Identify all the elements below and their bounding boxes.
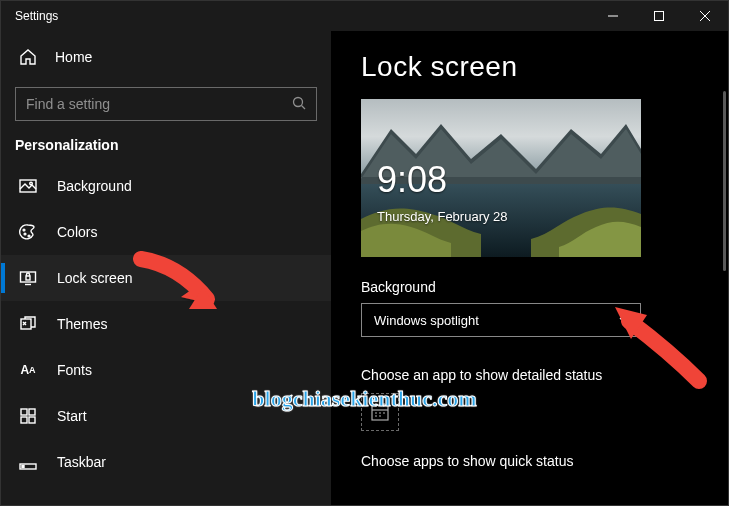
window-title: Settings [15, 9, 58, 23]
svg-rect-14 [21, 319, 31, 329]
start-icon [19, 407, 37, 425]
home-label: Home [55, 49, 92, 65]
close-button[interactable] [682, 1, 728, 31]
svg-rect-13 [26, 276, 30, 280]
sidebar-item-background[interactable]: Background [1, 163, 331, 209]
sidebar-item-label: Start [57, 408, 87, 424]
svg-point-9 [24, 233, 26, 235]
lockscreen-icon [19, 269, 37, 287]
lock-screen-preview: 9:08 Thursday, February 28 [361, 99, 641, 257]
title-bar: Settings [1, 1, 728, 31]
svg-rect-16 [29, 409, 35, 415]
svg-rect-1 [655, 12, 664, 21]
background-dropdown[interactable]: Windows spotlight [361, 303, 641, 337]
home-icon [19, 48, 37, 66]
svg-rect-18 [29, 417, 35, 423]
themes-icon [19, 315, 37, 333]
scrollbar[interactable] [723, 91, 726, 271]
window-body: Home Personalization Background [1, 31, 728, 505]
chevron-down-icon [618, 314, 630, 326]
preview-date: Thursday, February 28 [377, 209, 508, 224]
sidebar-item-colors[interactable]: Colors [1, 209, 331, 255]
sidebar-item-themes[interactable]: Themes [1, 301, 331, 347]
detailed-status-label: Choose an app to show detailed status [361, 367, 728, 383]
svg-rect-17 [21, 417, 27, 423]
quick-status-label: Choose apps to show quick status [361, 453, 728, 469]
maximize-button[interactable] [636, 1, 682, 31]
taskbar-icon [19, 453, 37, 471]
minimize-button[interactable] [590, 1, 636, 31]
search-input[interactable] [26, 96, 292, 112]
sidebar-item-taskbar[interactable]: Taskbar [1, 439, 331, 485]
home-button[interactable]: Home [1, 37, 331, 77]
settings-window: Settings Home [0, 0, 729, 506]
sidebar-item-label: Colors [57, 224, 97, 240]
search-icon [292, 96, 306, 113]
image-icon [19, 177, 37, 195]
watermark-text: blogchiasekienthuc.com [252, 386, 476, 412]
svg-point-10 [28, 235, 30, 237]
sidebar: Home Personalization Background [1, 31, 331, 505]
window-controls [590, 1, 728, 31]
page-title: Lock screen [361, 51, 728, 83]
svg-point-4 [294, 97, 303, 106]
main-content: Lock screen [331, 31, 728, 505]
maximize-icon [654, 11, 664, 21]
nav-list: Background Colors Lock screen [1, 163, 331, 485]
sidebar-item-lock-screen[interactable]: Lock screen [1, 255, 331, 301]
sidebar-item-label: Themes [57, 316, 108, 332]
close-icon [700, 11, 710, 21]
svg-point-7 [30, 182, 33, 185]
svg-rect-15 [21, 409, 27, 415]
fonts-icon: AA [19, 361, 37, 379]
svg-line-5 [302, 105, 306, 109]
sidebar-item-label: Lock screen [57, 270, 132, 286]
svg-point-8 [23, 229, 25, 231]
svg-rect-20 [22, 466, 24, 468]
background-label: Background [361, 279, 728, 295]
search-container [1, 77, 331, 131]
search-box[interactable] [15, 87, 317, 121]
sidebar-item-label: Fonts [57, 362, 92, 378]
preview-time: 9:08 [377, 159, 447, 201]
dropdown-selected-value: Windows spotlight [374, 313, 479, 328]
sidebar-item-label: Taskbar [57, 454, 106, 470]
sidebar-item-label: Background [57, 178, 132, 194]
minimize-icon [608, 11, 618, 21]
palette-icon [19, 223, 37, 241]
category-header: Personalization [1, 131, 331, 163]
